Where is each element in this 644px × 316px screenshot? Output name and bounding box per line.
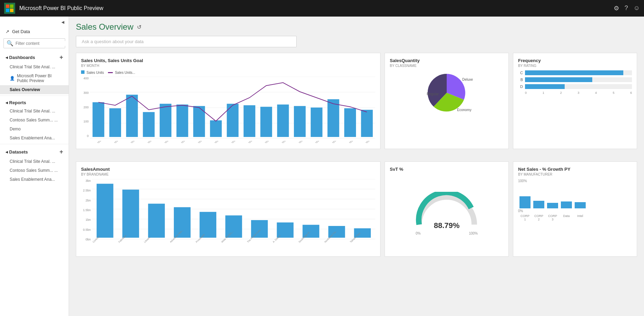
net-growth-x-labels: CORP 1 CORP 2 CORP 3 Data Intel [518, 214, 632, 221]
main-layout: ◄ ↗ Get Data 🔍 ◂ Dashboards + Clinical T… [0, 17, 644, 316]
sidebar-item-dataset-clinical[interactable]: Clinical Trial Site Anal. ... [0, 157, 69, 166]
svg-rect-23 [327, 99, 339, 137]
sales-units-legend: Sales Units Sales Units... [81, 70, 375, 75]
sidebar-item-label: Microsoft Power BI Public Preview [17, 73, 63, 83]
freq-bar-bg-c [525, 70, 632, 75]
sidebar-item-label: Sales Enablement Ana... [10, 177, 55, 182]
dashboards-section-header[interactable]: ◂ Dashboards + [0, 51, 69, 62]
sidebar-item-dataset-contoso[interactable]: Contoso Sales Summ... ... [0, 166, 69, 175]
datasets-add-button[interactable]: + [59, 148, 63, 156]
growth-col-intel [575, 202, 586, 208]
filter-search[interactable]: 🔍 [3, 38, 65, 48]
pie-label-economy: Economy [457, 108, 472, 112]
refresh-button[interactable]: ↺ [137, 24, 141, 30]
sidebar-item-sales-overview[interactable]: Sales Overview [0, 85, 69, 94]
growth-col-corp1 [519, 196, 531, 208]
svg-rect-9 [92, 102, 104, 137]
qa-input[interactable]: Ask a question about your data [76, 36, 297, 47]
sidebar-item-label: Demo [10, 127, 21, 131]
card-net-growth: Net Sales - % Growth PY BY MANUFACTURER … [513, 161, 637, 257]
freq-row-d: D [518, 84, 632, 89]
sidebar-item-label: Sales Enablement Ana... [10, 136, 55, 140]
card-sales-qty-title: SalesQuantity [390, 58, 504, 63]
content-area: Sales Overview ↺ Ask a question about yo… [69, 17, 644, 316]
user-icon[interactable]: ☺ [634, 4, 640, 12]
pie-chart-svg: Deluxe Regular Economy [419, 70, 474, 115]
reports-section-header[interactable]: ◂ Reports [0, 97, 69, 107]
sidebar-divider [0, 96, 69, 96]
gauge-labels: 0% 100% [416, 231, 478, 235]
sidebar-item-report-clinical[interactable]: Clinical Trial Site Anal. ... [0, 107, 69, 116]
card-svt: SvT % 88.79% 0% 100% [385, 161, 509, 257]
reports-label: ◂ Reports [6, 100, 26, 105]
growth-bar-corp1 [519, 196, 531, 208]
sidebar-item-label: Clinical Trial Site Anal. ... [10, 159, 55, 164]
svg-rect-25 [361, 110, 373, 137]
sidebar-item-label: Sales Overview [10, 87, 40, 92]
freq-label-b: B [518, 78, 523, 82]
svg-rect-18 [244, 105, 255, 137]
sidebar-item-report-demo[interactable]: Demo [0, 125, 69, 134]
card-svt-title: SvT % [390, 167, 504, 172]
card-sales-amount-title: SalesAmount [81, 167, 375, 172]
chart-area: 01-2011 02-2011 03-2011 04-2011 05-2011 … [90, 77, 375, 144]
svg-rect-21 [294, 106, 306, 137]
dashboard-grid-2: SalesAmount BY BRANDNAME 3bn 2.5bn 2bn 1… [76, 157, 637, 257]
svg-rect-14 [177, 105, 188, 137]
card-sales-amount: SalesAmount BY BRANDNAME 3bn 2.5bn 2bn 1… [76, 161, 380, 257]
svg-rect-36 [174, 207, 191, 238]
svg-rect-20 [277, 105, 289, 137]
dashboards-add-button[interactable]: + [59, 54, 63, 61]
card-sales-units-subtitle: BY MONTH [81, 64, 375, 68]
sidebar-item-retail[interactable]: 👤 Microsoft Power BI Public Preview [0, 71, 69, 85]
sidebar-item-clinical[interactable]: Clinical Trial Site Anal. ... [0, 62, 69, 71]
gauge-min-label: 0% [416, 231, 420, 235]
freq-row-b: B [518, 77, 632, 82]
sidebar-item-label: Clinical Trial Site Anal. ... [10, 109, 55, 113]
svg-rect-11 [126, 95, 138, 137]
dashboard-grid: Sales Units, Sales Units Goal BY MONTH S… [76, 53, 637, 153]
get-data-button[interactable]: ↗ Get Data [0, 26, 69, 37]
x-axis-labels: 01-2011 02-2011 03-2011 04-2011 05-2011 … [90, 141, 375, 143]
get-data-icon: ↗ [6, 29, 9, 34]
freq-bar-fill-c [525, 70, 623, 75]
freq-bar-bg-b [525, 77, 632, 82]
svg-rect-24 [344, 108, 356, 137]
card-sales-qty: SalesQuantity BY CLASSNAME Deluxe Regula… [385, 53, 509, 149]
gauge-value: 88.79% [434, 221, 460, 230]
freq-chart: C B D [518, 70, 632, 89]
svg-rect-2 [6, 9, 9, 12]
collapse-button[interactable]: ◄ [0, 17, 69, 26]
gauge-area: 88.79% 0% 100% [390, 172, 504, 251]
card-freq-subtitle: BY RATING [518, 64, 632, 68]
legend-line-goal [108, 72, 113, 73]
sales-amount-y-axis: 3bn 2.5bn 2bn 1.5bn 1bn 0.5bn 0bn [81, 179, 92, 251]
legend-goal: Sales Units... [108, 71, 135, 75]
freq-bar-fill-b [525, 77, 592, 82]
freq-x-axis: 0 1 2 3 4 5 6 [518, 91, 632, 95]
growth-bar-corp2 [533, 201, 544, 208]
svg-rect-10 [109, 108, 121, 137]
sidebar-item-dataset-sales[interactable]: Sales Enablement Ana... [0, 175, 69, 184]
get-data-label: Get Data [12, 29, 30, 34]
sales-amount-bars-area: Contoso Fabrikam Litware Adventure Wor..… [92, 179, 375, 251]
sidebar-item-label: Contoso Sales Summ... ... [10, 118, 58, 122]
freq-label-c: C [518, 71, 523, 75]
growth-bar-data [561, 201, 572, 208]
help-icon[interactable]: ? [625, 4, 628, 12]
sidebar-item-report-sales[interactable]: Sales Enablement Ana... [0, 134, 69, 142]
legend-units: Sales Units [81, 70, 104, 75]
pie-chart-area: Deluxe Regular Economy [390, 70, 504, 115]
svg-rect-16 [210, 120, 222, 137]
datasets-section-header[interactable]: ◂ Datasets + [0, 146, 69, 157]
sidebar-item-report-contoso[interactable]: Contoso Sales Summ... ... [0, 116, 69, 125]
svg-rect-22 [311, 108, 323, 137]
datasets-label: ◂ Datasets [6, 149, 28, 155]
net-growth-bars [518, 184, 632, 208]
y-axis: 400 300 200 100 0 [81, 77, 90, 144]
dashboards-label: ◂ Dashboards [6, 55, 35, 60]
sales-amount-chart: 3bn 2.5bn 2bn 1.5bn 1bn 0.5bn 0bn [81, 179, 375, 251]
settings-icon[interactable]: ⚙ [614, 4, 619, 12]
filter-input[interactable] [16, 41, 67, 46]
app-logo [4, 3, 15, 14]
